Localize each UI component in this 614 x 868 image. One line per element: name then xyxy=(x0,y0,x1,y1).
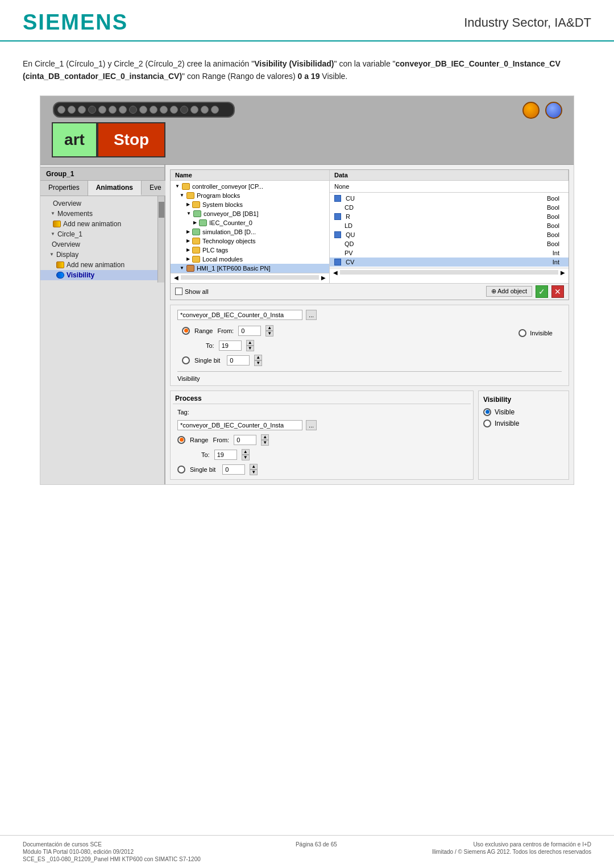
single-bit-input-upper[interactable] xyxy=(227,355,250,366)
data-item-cv[interactable]: CV Int xyxy=(330,258,569,267)
from-spinner-up-l[interactable]: ▲ xyxy=(261,434,269,440)
tab-properties[interactable]: Properties xyxy=(40,181,88,196)
visibility-divider-upper xyxy=(177,371,562,372)
tag-browse-button-lower[interactable]: ... xyxy=(306,420,317,430)
belt-dot xyxy=(98,106,106,114)
folder-icon-plc xyxy=(192,247,200,254)
from-spinner-up[interactable]: ▲ xyxy=(265,325,273,331)
visible-radio[interactable] xyxy=(483,408,491,416)
belt-dot xyxy=(190,106,198,114)
to-spinner-lower: ▲ ▼ xyxy=(242,449,250,460)
belt-dot xyxy=(78,106,86,114)
art-button[interactable]: art xyxy=(52,122,97,157)
invisible-radio-upper[interactable] xyxy=(518,329,526,337)
data-nav-row: ◀ ▶ xyxy=(330,268,569,277)
to-spinner-upper: ▲ ▼ xyxy=(246,340,254,351)
range-invisible-row: Range From: ▲ ▼ To: xyxy=(173,322,566,369)
ts-plc-tags[interactable]: ▶ PLC tags xyxy=(171,246,329,255)
single-bit-radio-upper[interactable] xyxy=(182,356,190,364)
from-spinner-down-l[interactable]: ▼ xyxy=(261,440,269,446)
confirm-button[interactable]: ✓ xyxy=(536,285,548,298)
block-icon-cv xyxy=(334,259,341,265)
to-spinner-down-l[interactable]: ▼ xyxy=(242,455,250,460)
sb-spinner-down[interactable]: ▼ xyxy=(254,360,262,366)
belt-dot xyxy=(57,106,65,114)
tree-sel-right: None CU Bool CD Bool xyxy=(330,181,569,283)
tab-animations[interactable]: Animations xyxy=(88,181,142,196)
sb-up-l[interactable]: ▲ xyxy=(250,464,258,470)
block-icon-r xyxy=(334,213,341,220)
ts-system-blocks[interactable]: ▶ System blocks xyxy=(171,200,329,209)
tag-input-row-lower: ... xyxy=(173,418,471,433)
single-bit-input-lower[interactable] xyxy=(222,464,245,475)
single-bit-radio-lower[interactable] xyxy=(177,466,185,474)
main-content: En Circle_1 (Círculo_1) y Circle_2 (Círc… xyxy=(0,41,614,496)
page-footer: Documentación de cursos SCE Módulo TIA P… xyxy=(0,835,614,868)
from-spinner-down[interactable]: ▼ xyxy=(265,331,273,337)
tag-input-lower[interactable] xyxy=(177,420,302,430)
cancel-button[interactable]: ✕ xyxy=(551,285,564,298)
to-input-lower[interactable] xyxy=(214,450,237,460)
tree-item-visibility-c1[interactable]: Visibility xyxy=(40,270,157,280)
range-radio-upper[interactable] xyxy=(182,327,190,335)
tag-browse-button-upper[interactable]: ... xyxy=(306,310,317,320)
tree-selector: Name Data ▼ controller_conveyor [CP... xyxy=(170,169,569,300)
buttons-row: art Stop xyxy=(52,122,567,157)
scrollbar-thumb xyxy=(159,202,164,218)
to-spinner-down[interactable]: ▼ xyxy=(246,346,254,351)
ts-local-modules[interactable]: ▶ Local modules xyxy=(171,255,329,264)
invisible-label-upper: Invisible xyxy=(530,330,553,337)
show-all-checkbox[interactable] xyxy=(175,288,182,295)
page-title: Industry Sector, IA&DT xyxy=(464,15,591,30)
to-spinner-up[interactable]: ▲ xyxy=(246,340,254,346)
visibility-section: Visibility Visible Invisible xyxy=(478,391,569,480)
invisible-section-upper: Invisible xyxy=(509,323,562,343)
left-tree: Overview ▼ Movements Add new animation xyxy=(40,196,157,283)
from-input-upper[interactable] xyxy=(238,326,261,336)
belt-dot xyxy=(129,106,137,114)
belt-dot xyxy=(119,106,127,114)
ts-conveyor-db[interactable]: ▼ conveyor_DB [DB1] xyxy=(171,209,329,218)
tabs-row: Properties Animations Eve xyxy=(40,181,164,196)
group-label: Group_1 xyxy=(40,167,164,181)
to-spinner-up-l[interactable]: ▲ xyxy=(242,449,250,455)
tree-item-display-c1[interactable]: ▼ Display xyxy=(40,250,157,260)
visibility-section-title: Visibility xyxy=(483,396,564,404)
tree-item-add-anim-1[interactable]: Add new animation xyxy=(40,219,157,229)
visibility-icon-1 xyxy=(56,272,64,279)
from-label-upper: From: xyxy=(217,327,234,334)
folder-icon-ctrl xyxy=(182,183,190,190)
stop-button[interactable]: Stop xyxy=(97,122,165,157)
ts-hmi1[interactable]: ▼ HMI_1 [KTP600 Basic PN] xyxy=(171,264,329,273)
range-radio-lower[interactable] xyxy=(177,436,185,444)
data-item-qu: QU Bool xyxy=(330,230,569,239)
ts-controller[interactable]: ▼ controller_conveyor [CP... xyxy=(171,182,329,191)
tree-item-add-anim-c1[interactable]: Add new animation xyxy=(40,260,157,270)
left-panel-scrollbar[interactable] xyxy=(157,196,164,283)
ts-nav-row: ◀ ▶ xyxy=(171,273,329,282)
ts-iec-counter[interactable]: ▶ IEC_Counter_0 xyxy=(171,218,329,227)
to-input-upper[interactable] xyxy=(219,340,242,351)
tree-item-movements[interactable]: ▼ Movements xyxy=(40,209,157,219)
footer-left-1: Documentación de cursos SCE xyxy=(23,841,201,848)
ts-tech-objects[interactable]: ▶ Technology objects xyxy=(171,236,329,246)
from-spinner-lower: ▲ ▼ xyxy=(261,434,269,446)
sb-spinner-up[interactable]: ▲ xyxy=(254,355,262,360)
tag-input-upper[interactable] xyxy=(177,310,302,320)
tag-row-upper: ... xyxy=(173,308,566,322)
properties-panel: Group_1 Properties Animations Eve Overvi… xyxy=(40,164,574,484)
sb-down-l[interactable]: ▼ xyxy=(250,470,258,475)
to-label-lower: To: xyxy=(201,451,210,458)
invisible-radio[interactable] xyxy=(483,420,491,427)
ts-simulation-db[interactable]: ▶ simulation_DB [D... xyxy=(171,227,329,236)
db-icon-sim xyxy=(192,229,200,235)
data-item-qd: QD Bool xyxy=(330,239,569,248)
tree-item-circle1[interactable]: ▼ Circle_1 xyxy=(40,229,157,239)
range-from-lower: Range From: ▲ ▼ xyxy=(173,433,471,447)
from-input-lower[interactable] xyxy=(234,435,256,445)
ts-program-blocks[interactable]: ▼ Program blocks xyxy=(171,191,329,200)
add-object-button[interactable]: ⊕ Add object xyxy=(486,286,532,297)
range-section-upper: Range From: ▲ ▼ To: xyxy=(177,323,505,368)
range-label-upper: Range xyxy=(194,327,213,334)
folder-icon-prog xyxy=(186,192,194,199)
